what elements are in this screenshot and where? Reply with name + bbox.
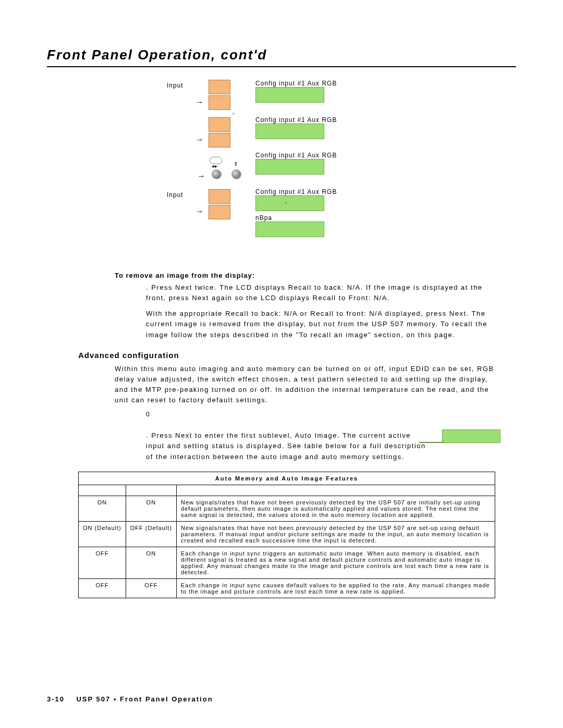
remove-step-1: . Press Next twice. The LCD displays Rec… [146,282,500,303]
label-input-top: Input [167,82,183,89]
lcd-label: Config input #1 Aux RGB [255,80,337,87]
lcd-box [255,87,324,103]
col-auto-image: OFF [126,578,176,598]
lcd-label: Config input #1 Aux RGB [255,116,337,124]
up-down-icon: ⇕ [234,161,238,167]
auto-image-step-text: . Press Next to enter the first sublevel… [146,430,427,462]
col-description: Each change in input sync causes default… [176,578,495,598]
advanced-config-para: Within this menu auto imaging and auto m… [115,364,500,406]
col-description: Each change in input sync triggers an au… [176,547,495,578]
auto-image-step: . Press Next to enter the first sublevel… [47,430,516,462]
page-number: 3-10 [47,695,65,703]
step-marker: › [232,111,235,116]
footer: 3-10 USP 507 • Front Panel Operation [47,695,213,703]
col-auto-image: OFF (Default) [126,521,176,547]
lcd-box: › [255,195,324,211]
col-auto-memory: OFF [79,547,126,578]
input-button [209,95,230,110]
page-title: Front Panel Operation, cont'd [47,47,516,63]
table-row: ON ON New signals/rates that have not be… [79,496,495,521]
step-marker: › [285,200,287,205]
rotary-knob-icon [212,169,221,179]
input-button [209,189,230,204]
input-button [209,117,230,132]
left-right-icon: ◂▸ [212,163,218,169]
lcd-box [255,221,324,237]
input-button [209,133,230,147]
label-input-bot: Input [167,191,183,199]
footer-text: USP 507 • Front Panel Operation [76,695,213,703]
col-description: New signals/rates that have not been pre… [176,521,495,547]
advanced-config-heading: Advanced configuration [78,351,516,360]
col-auto-memory: ON [79,496,126,521]
title-rule [47,66,516,67]
table-row: ON (Default) OFF (Default) New signals/r… [79,521,495,547]
lcd-label: Config input #1 Aux RGB [255,188,337,195]
lcd-box [255,124,324,139]
col-auto-memory: OFF [79,578,126,598]
lcd-label: Config input #1 Aux RGB [255,152,337,159]
step-text: . Press Next twice. The LCD displays Rec… [146,283,483,302]
col-auto-image: ON [126,547,176,578]
remove-image-heading: To remove an image from the display: [115,272,516,279]
auto-memory-image-table: Auto Memory and Auto Image Features ON O… [78,472,495,598]
remove-step-2: With the appropriate Recall to back: N/A… [146,309,500,340]
arrow-right-icon: → [195,97,204,107]
diagram: Input → Config input #1 Aux RGB → Config… [167,80,516,262]
input-button [209,205,230,219]
table-row: OFF OFF Each change in input sync causes… [79,578,495,598]
arrow-right-icon: → [195,207,204,216]
rotary-knob-icon [231,169,241,179]
table-row: OFF ON Each change in input sync trigger… [79,547,495,578]
table-title: Auto Memory and Auto Image Features [79,472,495,485]
nbpa-label: nBpa [255,214,272,221]
arrow-right-icon: → [197,171,205,181]
col-auto-memory: ON (Default) [79,521,126,547]
zero-marker: 0 [146,411,516,418]
page: Front Panel Operation, cont'd Input → Co… [0,0,563,728]
see-connector-line [419,442,444,443]
input-button [209,80,230,94]
arrow-right-icon: → [195,135,204,144]
col-auto-image: ON [126,496,176,521]
lcd-box-inline [442,429,500,443]
col-description: New signals/rates that have not been pre… [176,496,495,521]
lcd-box [255,159,324,175]
